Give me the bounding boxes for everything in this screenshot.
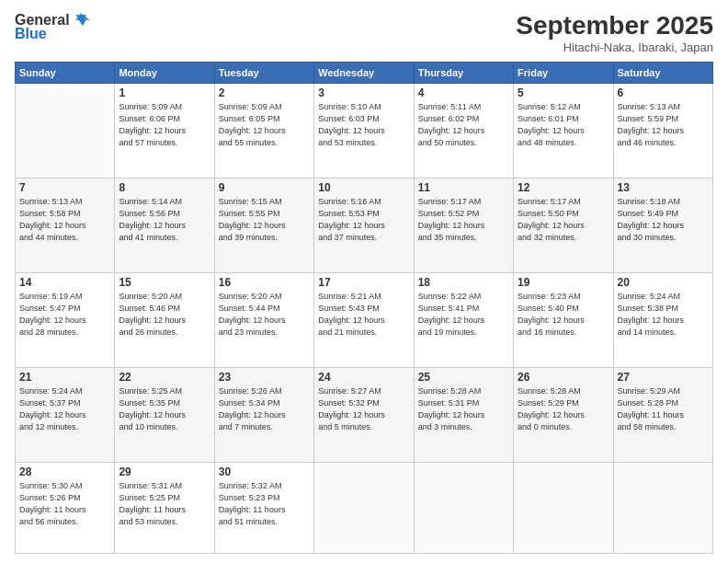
day-number: 9 (219, 181, 310, 194)
day-info: Sunrise: 5:28 AM Sunset: 5:29 PM Dayligh… (518, 385, 609, 433)
table-row: 23Sunrise: 5:26 AM Sunset: 5:34 PM Dayli… (214, 367, 313, 462)
table-row: 20Sunrise: 5:24 AM Sunset: 5:38 PM Dayli… (613, 272, 712, 367)
day-number: 26 (518, 371, 609, 384)
day-info: Sunrise: 5:19 AM Sunset: 5:47 PM Dayligh… (19, 291, 110, 339)
logo-arrow-icon (72, 11, 90, 29)
table-row (314, 462, 414, 553)
table-row: 7Sunrise: 5:13 AM Sunset: 5:58 PM Daylig… (16, 178, 115, 272)
day-number: 16 (219, 276, 310, 289)
table-row (414, 462, 513, 553)
day-number: 2 (219, 86, 310, 99)
table-row: 6Sunrise: 5:13 AM Sunset: 5:59 PM Daylig… (613, 84, 712, 178)
day-info: Sunrise: 5:10 AM Sunset: 6:03 PM Dayligh… (318, 101, 409, 149)
table-row: 26Sunrise: 5:28 AM Sunset: 5:29 PM Dayli… (514, 367, 613, 462)
day-number: 5 (518, 86, 609, 99)
table-row: 18Sunrise: 5:22 AM Sunset: 5:41 PM Dayli… (414, 272, 513, 367)
day-info: Sunrise: 5:09 AM Sunset: 6:05 PM Dayligh… (219, 101, 310, 149)
day-info: Sunrise: 5:17 AM Sunset: 5:52 PM Dayligh… (418, 196, 509, 244)
day-info: Sunrise: 5:14 AM Sunset: 5:56 PM Dayligh… (119, 196, 210, 244)
logo-blue: Blue (15, 26, 47, 42)
day-info: Sunrise: 5:22 AM Sunset: 5:41 PM Dayligh… (418, 291, 509, 339)
col-monday: Monday (115, 63, 214, 84)
day-number: 29 (119, 465, 210, 478)
header: General Blue September 2025 Hitachi-Naka… (15, 11, 713, 54)
day-info: Sunrise: 5:20 AM Sunset: 5:44 PM Dayligh… (219, 291, 310, 339)
location-subtitle: Hitachi-Naka, Ibaraki, Japan (516, 40, 713, 54)
day-number: 8 (119, 181, 210, 194)
day-number: 14 (19, 276, 110, 289)
table-row: 1Sunrise: 5:09 AM Sunset: 6:06 PM Daylig… (115, 84, 214, 178)
table-row: 8Sunrise: 5:14 AM Sunset: 5:56 PM Daylig… (115, 178, 214, 272)
table-row: 22Sunrise: 5:25 AM Sunset: 5:35 PM Dayli… (115, 367, 214, 462)
col-wednesday: Wednesday (314, 63, 414, 84)
table-row (613, 462, 712, 553)
day-number: 4 (418, 86, 509, 99)
col-tuesday: Tuesday (214, 63, 313, 84)
day-info: Sunrise: 5:23 AM Sunset: 5:40 PM Dayligh… (518, 291, 609, 339)
col-friday: Friday (514, 63, 613, 84)
day-number: 3 (318, 86, 409, 99)
day-number: 17 (318, 276, 409, 289)
table-row: 16Sunrise: 5:20 AM Sunset: 5:44 PM Dayli… (214, 272, 313, 367)
day-info: Sunrise: 5:32 AM Sunset: 5:23 PM Dayligh… (219, 480, 310, 528)
table-row: 17Sunrise: 5:21 AM Sunset: 5:43 PM Dayli… (314, 272, 414, 367)
day-number: 19 (518, 276, 609, 289)
calendar-table: Sunday Monday Tuesday Wednesday Thursday… (15, 62, 713, 554)
table-row: 3Sunrise: 5:10 AM Sunset: 6:03 PM Daylig… (314, 84, 414, 178)
table-row: 28Sunrise: 5:30 AM Sunset: 5:26 PM Dayli… (16, 462, 115, 553)
table-row: 24Sunrise: 5:27 AM Sunset: 5:32 PM Dayli… (314, 367, 414, 462)
col-saturday: Saturday (613, 63, 712, 84)
day-info: Sunrise: 5:20 AM Sunset: 5:46 PM Dayligh… (119, 291, 210, 339)
day-info: Sunrise: 5:21 AM Sunset: 5:43 PM Dayligh… (318, 291, 409, 339)
day-info: Sunrise: 5:24 AM Sunset: 5:37 PM Dayligh… (19, 385, 110, 433)
table-row: 9Sunrise: 5:15 AM Sunset: 5:55 PM Daylig… (214, 178, 313, 272)
day-number: 21 (19, 371, 110, 384)
table-row (16, 84, 115, 178)
day-number: 12 (518, 181, 609, 194)
table-row: 15Sunrise: 5:20 AM Sunset: 5:46 PM Dayli… (115, 272, 214, 367)
day-number: 28 (19, 465, 110, 478)
day-info: Sunrise: 5:26 AM Sunset: 5:34 PM Dayligh… (219, 385, 310, 433)
table-row: 5Sunrise: 5:12 AM Sunset: 6:01 PM Daylig… (514, 84, 613, 178)
table-row: 10Sunrise: 5:16 AM Sunset: 5:53 PM Dayli… (314, 178, 414, 272)
day-number: 11 (418, 181, 509, 194)
col-sunday: Sunday (16, 63, 115, 84)
table-row: 2Sunrise: 5:09 AM Sunset: 6:05 PM Daylig… (214, 84, 313, 178)
title-block: September 2025 Hitachi-Naka, Ibaraki, Ja… (516, 11, 713, 54)
table-row: 13Sunrise: 5:18 AM Sunset: 5:49 PM Dayli… (613, 178, 712, 272)
day-info: Sunrise: 5:13 AM Sunset: 5:59 PM Dayligh… (618, 101, 709, 149)
day-info: Sunrise: 5:17 AM Sunset: 5:50 PM Dayligh… (518, 196, 609, 244)
day-number: 15 (119, 276, 210, 289)
table-row: 12Sunrise: 5:17 AM Sunset: 5:50 PM Dayli… (514, 178, 613, 272)
table-row: 27Sunrise: 5:29 AM Sunset: 5:28 PM Dayli… (613, 367, 712, 462)
table-row: 19Sunrise: 5:23 AM Sunset: 5:40 PM Dayli… (514, 272, 613, 367)
day-number: 1 (119, 86, 210, 99)
table-row: 4Sunrise: 5:11 AM Sunset: 6:02 PM Daylig… (414, 84, 513, 178)
logo: General Blue (15, 11, 90, 42)
day-info: Sunrise: 5:24 AM Sunset: 5:38 PM Dayligh… (618, 291, 709, 339)
month-title: September 2025 (516, 11, 713, 40)
day-info: Sunrise: 5:11 AM Sunset: 6:02 PM Dayligh… (418, 101, 509, 149)
day-info: Sunrise: 5:09 AM Sunset: 6:06 PM Dayligh… (119, 101, 210, 149)
day-number: 25 (418, 371, 509, 384)
day-info: Sunrise: 5:28 AM Sunset: 5:31 PM Dayligh… (418, 385, 509, 433)
day-number: 20 (618, 276, 709, 289)
table-row: 11Sunrise: 5:17 AM Sunset: 5:52 PM Dayli… (414, 178, 513, 272)
day-info: Sunrise: 5:27 AM Sunset: 5:32 PM Dayligh… (318, 385, 409, 433)
table-row: 14Sunrise: 5:19 AM Sunset: 5:47 PM Dayli… (16, 272, 115, 367)
day-info: Sunrise: 5:15 AM Sunset: 5:55 PM Dayligh… (219, 196, 310, 244)
day-number: 13 (618, 181, 709, 194)
table-row: 30Sunrise: 5:32 AM Sunset: 5:23 PM Dayli… (214, 462, 313, 553)
day-number: 6 (618, 86, 709, 99)
day-number: 27 (618, 371, 709, 384)
day-number: 7 (19, 181, 110, 194)
day-number: 30 (219, 465, 310, 478)
day-info: Sunrise: 5:18 AM Sunset: 5:49 PM Dayligh… (618, 196, 709, 244)
day-number: 24 (318, 371, 409, 384)
day-number: 18 (418, 276, 509, 289)
day-info: Sunrise: 5:29 AM Sunset: 5:28 PM Dayligh… (618, 385, 709, 433)
table-row: 29Sunrise: 5:31 AM Sunset: 5:25 PM Dayli… (115, 462, 214, 553)
table-row: 25Sunrise: 5:28 AM Sunset: 5:31 PM Dayli… (414, 367, 513, 462)
day-number: 22 (119, 371, 210, 384)
table-row: 21Sunrise: 5:24 AM Sunset: 5:37 PM Dayli… (16, 367, 115, 462)
